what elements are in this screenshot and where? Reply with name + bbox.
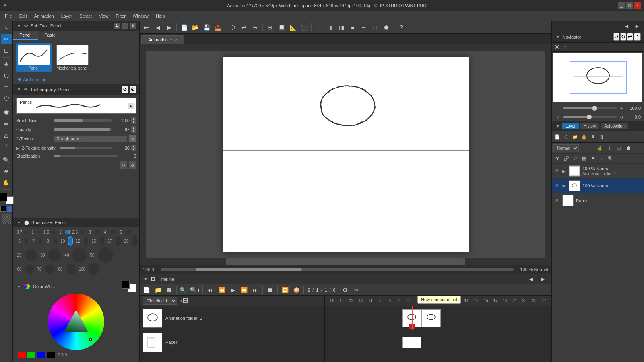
brush-dot-5[interactable]	[126, 230, 131, 234]
canvas-tab-animation1[interactable]: Animation1* ×	[141, 35, 184, 44]
tl-add-folder[interactable]: 📁	[153, 285, 163, 295]
tl-step-fwd[interactable]: ⏩	[239, 285, 249, 295]
brush-dot-30[interactable]	[48, 249, 61, 261]
menu-file[interactable]: File	[2, 13, 15, 19]
menu-layer[interactable]: Layer	[58, 13, 76, 19]
prop-refresh-btn[interactable]: ↺	[120, 161, 127, 169]
layer-fill-btn[interactable]: ⬟	[625, 144, 633, 152]
tool-prop-reset[interactable]: ↺	[122, 86, 128, 93]
blue-swatch[interactable]	[7, 206, 12, 212]
layer-item-drawing[interactable]: 👁 ✏ 100 % Normal	[552, 179, 644, 193]
tl-play[interactable]: ▶	[227, 285, 238, 295]
texture-density-slider[interactable]	[60, 147, 112, 149]
select-all-btn[interactable]: ▣	[347, 22, 358, 33]
tool-lasso[interactable]: ⬠	[1, 93, 12, 103]
add-subtool-button[interactable]: ⊕ Add sub tool	[13, 75, 139, 84]
eraser-tool-btn[interactable]: □	[370, 22, 380, 33]
brush-dot-60[interactable]	[25, 265, 34, 274]
brush-size-stepper[interactable]: ▲ ▼	[131, 117, 136, 124]
texture-density-stepper[interactable]: ▲ ▼	[131, 145, 136, 151]
layer-opacity-lock[interactable]: 🔒	[596, 144, 604, 152]
nav-menu-btn[interactable]: ≡	[561, 43, 569, 51]
tl-loop[interactable]: 🔁	[280, 285, 290, 295]
help-btn[interactable]: ?	[396, 22, 407, 33]
swatch-red[interactable]	[18, 352, 26, 358]
snap-btn[interactable]: 🔲	[276, 22, 287, 33]
brush-dot-3[interactable]	[95, 230, 99, 234]
pen-btn[interactable]: ✒	[359, 22, 369, 33]
export-file[interactable]: 📤	[213, 22, 223, 33]
brush-dot-2[interactable]	[66, 230, 69, 234]
brush-dot-8[interactable]	[54, 238, 57, 245]
nav-collapse[interactable]: ▼	[555, 34, 561, 40]
ruler-btn[interactable]: 📐	[287, 22, 298, 33]
sub-tool-delete[interactable]: 🗑	[130, 23, 136, 29]
menu-help[interactable]: Help	[153, 13, 168, 19]
brush-dot-6[interactable]	[25, 238, 28, 244]
right-panel-collapse[interactable]: ◄	[621, 21, 632, 31]
tool-prop-collapse[interactable]: ▼	[16, 87, 22, 93]
foreground-color-swatch[interactable]	[0, 193, 7, 201]
layer-item-paper[interactable]: 👁 Paper	[552, 193, 644, 208]
right-panel-expand[interactable]: ►	[632, 21, 642, 31]
brush-dot-17[interactable]	[116, 236, 121, 246]
tl-goto-start[interactable]: ⏮	[205, 285, 215, 295]
pattern-swatch[interactable]	[2, 214, 11, 224]
layer-mask[interactable]: □	[615, 144, 623, 152]
tool-fill[interactable]: ⬟	[1, 107, 12, 117]
sub-tool-save[interactable]: 💾	[114, 23, 120, 29]
layer-link[interactable]: 🔗	[562, 154, 570, 162]
preset-mechanical[interactable]: Mechanical pencil	[55, 43, 90, 72]
nav-next[interactable]: ▶	[164, 22, 174, 33]
color-adj-btn[interactable]: ◨	[336, 22, 347, 33]
canvas-area[interactable]	[140, 44, 551, 265]
brush-dot-10[interactable]	[68, 237, 72, 245]
layer-more[interactable]: ⋯	[634, 144, 642, 152]
preset-pencil[interactable]: Pencil	[16, 43, 52, 72]
tab-close-icon[interactable]: ×	[175, 38, 178, 42]
tool-brush[interactable]: ✏	[1, 34, 12, 44]
tool-gradient[interactable]: ▤	[1, 118, 12, 129]
fill-btn[interactable]: ⬟	[381, 22, 392, 33]
brush-dot-1[interactable]	[38, 231, 41, 233]
brush-dot-15b[interactable]	[99, 236, 104, 246]
tool-cursor[interactable]: ↖	[1, 23, 12, 33]
tl-stop[interactable]: ⏹	[265, 285, 275, 295]
layer-tab-autoaction[interactable]: Auto Action	[601, 123, 628, 129]
zoom-slider[interactable]	[563, 107, 617, 109]
nav-rotate-left[interactable]: ↺	[613, 33, 619, 41]
color-fg-bg-panel[interactable]	[122, 281, 136, 292]
stabilization-slider[interactable]	[54, 155, 118, 157]
tool-transform[interactable]: ⬡	[1, 70, 12, 81]
brush-dot-70[interactable]	[45, 264, 55, 274]
sub-tool-collapse[interactable]: ▼	[16, 23, 22, 29]
blend-mode-select[interactable]: Normal	[553, 144, 579, 152]
layer-merge-down[interactable]: ⬇	[589, 133, 597, 141]
color-wheel-container[interactable]	[16, 294, 136, 350]
tl-keyframe-paper[interactable]	[402, 337, 421, 348]
brush-size-slider[interactable]	[54, 119, 112, 122]
nav-flip[interactable]: ⇌	[627, 33, 633, 41]
menu-animation[interactable]: Animation	[31, 13, 57, 19]
rotation-slider[interactable]	[563, 116, 617, 118]
tool-prop-settings[interactable]: ⚙	[130, 86, 136, 93]
brush-dot-40[interactable]	[72, 248, 87, 262]
timeline-selector[interactable]: Timeline 1	[143, 297, 177, 305]
black-swatch[interactable]	[0, 206, 6, 212]
canvas-drawing-area[interactable]	[223, 57, 469, 252]
brush-dot-12[interactable]	[84, 237, 88, 245]
crop-btn[interactable]: ◫	[314, 22, 324, 33]
brush-size-down[interactable]: ▼	[131, 121, 136, 124]
menu-window[interactable]: Window	[130, 13, 152, 19]
timeline-collapse[interactable]: ▼	[143, 276, 149, 282]
rotate-right-btn[interactable]: ↻	[618, 114, 625, 120]
tool-eraser[interactable]: ◻	[1, 45, 12, 56]
layer-vis-animation-folder[interactable]: 👁	[554, 168, 560, 174]
tab-pastel[interactable]: Pastel	[38, 31, 63, 40]
open-file[interactable]: 📂	[190, 22, 200, 33]
tl-zoom-out[interactable]: 🔍-	[179, 285, 189, 295]
tool-move[interactable]: ✥	[1, 59, 12, 70]
layer-merge-vis[interactable]: ⊕	[589, 154, 597, 162]
brush-dot-25[interactable]	[80, 230, 84, 234]
layer-eye-all[interactable]: 👁	[553, 154, 561, 162]
